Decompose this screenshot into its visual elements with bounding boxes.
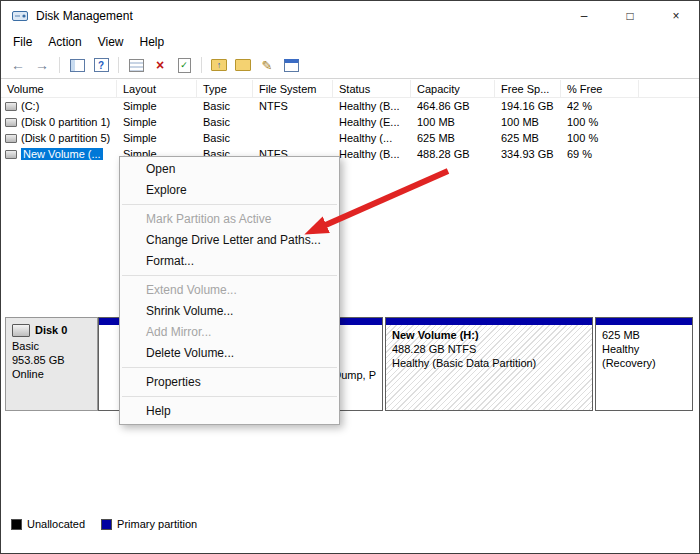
- cell-pct-free: 100 %: [561, 132, 639, 144]
- window-pane-icon[interactable]: [282, 57, 300, 74]
- console-tree-icon[interactable]: [68, 57, 86, 74]
- back-icon[interactable]: ←: [9, 57, 27, 74]
- cell-layout: Simple: [117, 132, 197, 144]
- column-header-status[interactable]: Status: [333, 80, 411, 97]
- partition-color-strip: [596, 318, 692, 325]
- window-controls: – □ ×: [561, 1, 699, 31]
- volume-row-c[interactable]: (C:) Simple Basic NTFS Healthy (B... 464…: [1, 98, 699, 114]
- edit-icon[interactable]: ✎: [258, 57, 276, 74]
- cell-status: Healthy (...: [333, 132, 411, 144]
- column-header-volume[interactable]: Volume: [1, 80, 117, 97]
- column-header-filler: [639, 80, 699, 97]
- legend-label: Unallocated: [27, 518, 85, 530]
- cell-free-space: 194.16 GB: [495, 100, 561, 112]
- forward-icon[interactable]: →: [33, 57, 51, 74]
- menu-item-extend-volume: Extend Volume...: [120, 280, 339, 301]
- export-list-icon[interactable]: [127, 57, 145, 74]
- partition-block-recovery[interactable]: 625 MB Healthy (Recovery): [595, 317, 693, 411]
- cell-pct-free: 69 %: [561, 148, 639, 160]
- menu-help[interactable]: Help: [132, 33, 173, 51]
- verify-glyph: ✓: [178, 58, 191, 73]
- column-header-file-system[interactable]: File System: [253, 80, 333, 97]
- cell-capacity: 488.28 GB: [411, 148, 495, 160]
- toolbar-separator: [201, 57, 202, 73]
- partition-size: 488.28 GB NTFS: [392, 342, 586, 356]
- partition-size: 625 MB: [602, 328, 686, 342]
- partition-status: Healthy (Recovery): [602, 342, 686, 370]
- menu-item-change-drive-letter[interactable]: Change Drive Letter and Paths...: [120, 230, 339, 251]
- menu-item-open[interactable]: Open: [120, 159, 339, 180]
- volume-row-new-volume[interactable]: New Volume (... Simple Basic NTFS Health…: [1, 146, 699, 162]
- cell-type: Basic: [197, 100, 253, 112]
- verify-icon[interactable]: ✓: [175, 57, 193, 74]
- menu-item-explore[interactable]: Explore: [120, 180, 339, 201]
- cell-type: Basic: [197, 132, 253, 144]
- volume-context-menu: Open Explore Mark Partition as Active Ch…: [119, 156, 340, 425]
- cell-file-system: NTFS: [253, 100, 333, 112]
- folder-icon[interactable]: [234, 57, 252, 74]
- volume-row-partition-1[interactable]: (Disk 0 partition 1) Simple Basic Health…: [1, 114, 699, 130]
- partition-block-new-volume[interactable]: New Volume (H:) 488.28 GB NTFS Healthy (…: [385, 317, 593, 411]
- console-tree-glyph: [70, 59, 85, 72]
- cell-layout: Simple: [117, 116, 197, 128]
- column-header-free-space[interactable]: Free Sp...: [495, 80, 561, 97]
- partition-name: New Volume (H:): [392, 328, 586, 342]
- app-icon: [12, 9, 28, 23]
- volume-row-partition-5[interactable]: (Disk 0 partition 5) Simple Basic Health…: [1, 130, 699, 146]
- disk-size: 953.85 GB: [12, 353, 91, 367]
- disk-type: Basic: [12, 339, 91, 353]
- cell-status: Healthy (B...: [333, 148, 411, 160]
- close-button[interactable]: ×: [653, 1, 699, 31]
- column-header-layout[interactable]: Layout: [117, 80, 197, 97]
- disk-name: Disk 0: [35, 323, 67, 337]
- menu-separator: [122, 396, 337, 397]
- partition-color-strip: [386, 318, 592, 325]
- menu-view[interactable]: View: [90, 33, 132, 51]
- volume-icon: [5, 102, 17, 111]
- minimize-button[interactable]: –: [561, 1, 607, 31]
- cell-capacity: 464.86 GB: [411, 100, 495, 112]
- primary-partition-swatch: [101, 519, 112, 530]
- folder-glyph: [235, 59, 251, 71]
- menu-separator: [122, 367, 337, 368]
- menu-file[interactable]: File: [5, 33, 40, 51]
- volume-table-header: Volume Layout Type File System Status Ca…: [1, 80, 699, 98]
- column-header-pct-free[interactable]: % Free: [561, 80, 639, 97]
- menu-separator: [122, 204, 337, 205]
- partition-status: Healthy (Basic Data Partition): [392, 356, 586, 370]
- cell-free-space: 334.93 GB: [495, 148, 561, 160]
- folder-up-glyph: ↑: [211, 59, 227, 71]
- cell-pct-free: 100 %: [561, 116, 639, 128]
- maximize-button[interactable]: □: [607, 1, 653, 31]
- menu-item-properties[interactable]: Properties: [120, 372, 339, 393]
- menu-item-help[interactable]: Help: [120, 401, 339, 422]
- column-header-capacity[interactable]: Capacity: [411, 80, 495, 97]
- menu-item-add-mirror: Add Mirror...: [120, 322, 339, 343]
- cell-status: Healthy (E...: [333, 116, 411, 128]
- disk0-info-panel[interactable]: Disk 0 Basic 953.85 GB Online: [5, 317, 98, 411]
- menu-item-format[interactable]: Format...: [120, 251, 339, 272]
- menu-item-delete-volume[interactable]: Delete Volume...: [120, 343, 339, 364]
- cell-pct-free: 42 %: [561, 100, 639, 112]
- menu-item-mark-partition-active: Mark Partition as Active: [120, 209, 339, 230]
- help-icon[interactable]: ?: [92, 57, 110, 74]
- disk-management-window: Disk Management – □ × File Action View H…: [0, 0, 700, 554]
- cell-layout: Simple: [117, 100, 197, 112]
- menu-action[interactable]: Action: [40, 33, 89, 51]
- volume-icon: [5, 150, 17, 159]
- folder-up-icon[interactable]: ↑: [210, 57, 228, 74]
- toolbar: ← → ? × ✓ ↑ ✎: [1, 52, 699, 79]
- volume-icon: [5, 118, 17, 127]
- disk-status: Online: [12, 367, 91, 381]
- legend-unallocated: Unallocated: [11, 518, 85, 530]
- menubar: File Action View Help: [1, 31, 699, 52]
- menu-item-shrink-volume[interactable]: Shrink Volume...: [120, 301, 339, 322]
- cell-free-space: 625 MB: [495, 132, 561, 144]
- cell-type: Basic: [197, 116, 253, 128]
- volume-name-selected: New Volume (...: [21, 148, 103, 160]
- delete-icon[interactable]: ×: [151, 57, 169, 74]
- column-header-type[interactable]: Type: [197, 80, 253, 97]
- volume-name: (C:): [21, 100, 39, 112]
- toolbar-separator: [118, 57, 119, 73]
- cell-status: Healthy (B...: [333, 100, 411, 112]
